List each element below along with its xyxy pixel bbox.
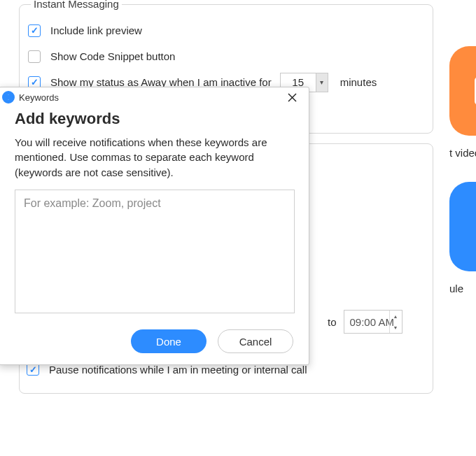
dialog-buttons: Done Cancel: [0, 329, 309, 353]
start-video-button[interactable]: [449, 46, 476, 136]
code-snippet-checkbox[interactable]: ✓: [28, 50, 41, 63]
schedule-button[interactable]: [449, 182, 476, 271]
code-snippet-row: ✓ Show Code Snippet button: [28, 45, 433, 68]
close-icon[interactable]: [279, 89, 304, 106]
quiet-hours-end-row: to 09:00 AM ▲ ▼: [321, 310, 402, 334]
instant-messaging-legend: Instant Messaging: [31, 0, 122, 10]
start-video-label: t video: [449, 147, 476, 159]
dialog-heading: Add keywords: [15, 110, 293, 128]
away-minutes-unit: minutes: [340, 76, 377, 88]
cancel-button[interactable]: Cancel: [218, 329, 293, 353]
dialog-titlebar: Keywords: [0, 87, 309, 107]
link-preview-checkbox[interactable]: ✓: [28, 24, 41, 37]
link-preview-label: Include link preview: [50, 24, 142, 36]
time-spinner[interactable]: ▲ ▼: [389, 311, 402, 333]
pause-notifications-label: Pause notifications while I am in meetin…: [49, 364, 307, 376]
spinner-down-icon[interactable]: ▼: [390, 322, 402, 333]
x-icon: [288, 93, 297, 102]
spinner-up-icon[interactable]: ▲: [390, 311, 402, 322]
to-label: to: [328, 316, 337, 328]
dialog-description: You will receive notifications when thes…: [15, 135, 293, 180]
done-button[interactable]: Done: [131, 329, 206, 353]
keywords-dialog: Keywords Add keywords You will receive n…: [0, 87, 309, 365]
quiet-hours-end-value: 09:00 AM: [350, 316, 394, 328]
link-preview-row: ✓ Include link preview: [28, 19, 433, 42]
dialog-body: Add keywords You will receive notificati…: [0, 107, 309, 313]
dropdown-arrow-icon[interactable]: ▾: [316, 73, 328, 92]
code-snippet-label: Show Code Snippet button: [50, 50, 175, 62]
app-icon: [2, 91, 15, 104]
quiet-hours-end-input[interactable]: 09:00 AM ▲ ▼: [344, 310, 402, 334]
dialog-window-title: Keywords: [19, 92, 279, 103]
schedule-label: ule: [449, 283, 463, 294]
keywords-textarea[interactable]: For example: Zoom, project: [15, 190, 295, 313]
